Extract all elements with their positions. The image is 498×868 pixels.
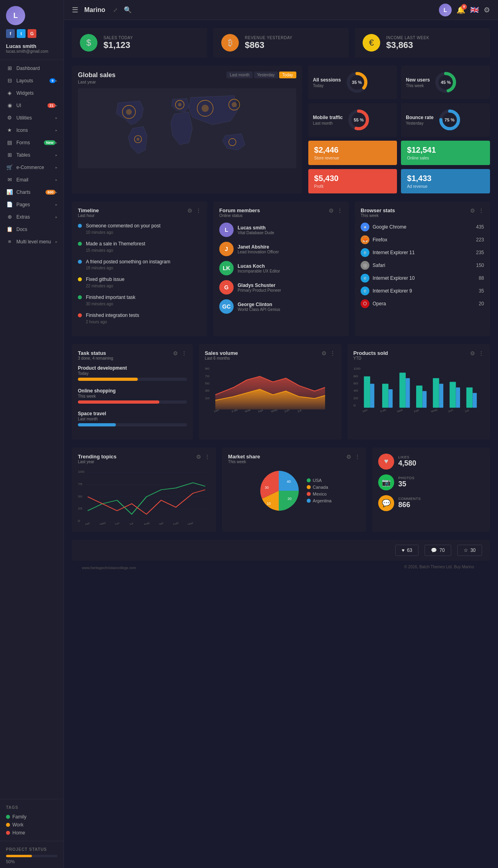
sidebar-item-forms[interactable]: ▤ Forms New ▸ xyxy=(0,136,63,149)
task-label: Space travel xyxy=(78,411,187,416)
search-icon[interactable]: 🔍 xyxy=(124,6,132,14)
hamburger-icon[interactable]: ☰ xyxy=(72,6,78,14)
products-more-icon[interactable]: ⋮ xyxy=(478,350,484,356)
sidebar-item-label-layouts: Layouts xyxy=(16,78,48,84)
market-more-icon[interactable]: ⋮ xyxy=(355,454,360,460)
browser-more-icon[interactable]: ⋮ xyxy=(478,207,484,214)
tag-item-family[interactable]: Family xyxy=(6,813,58,821)
browser-actions: ⚙ ⋮ xyxy=(470,207,484,214)
browser-icon: e xyxy=(361,248,369,257)
topnav-avatar[interactable]: L xyxy=(439,4,452,16)
footer-btn-like[interactable]: ♥63 xyxy=(395,545,419,556)
tag-item-work[interactable]: Work xyxy=(6,821,58,829)
trending-header: Trending topics Last year ⚙ ⋮ xyxy=(78,454,210,464)
member-role: World Class API Genius xyxy=(238,307,280,312)
app-title: Marino xyxy=(84,6,105,14)
sidebar-item-widgets[interactable]: ◈ Widgets xyxy=(0,87,63,99)
sidebar-item-icon-layouts: ⊟ xyxy=(6,78,13,84)
task-card: Task status 3 done, 4 remaining ⚙ ⋮ Prod… xyxy=(72,344,193,440)
donut-row-2: Mobile traffic Last month 55 % xyxy=(308,103,490,137)
tag-item-home[interactable]: Home xyxy=(6,829,58,837)
stat-label: REVENUE YESTERDAY xyxy=(245,36,292,40)
sidebar-item-ui[interactable]: ◉ UI 21 ▸ xyxy=(0,99,63,111)
sidebar-item-extras[interactable]: ⊕ Extras ▸ xyxy=(0,211,63,223)
sidebar-item-pages[interactable]: 📄 Pages ▸ xyxy=(0,198,63,211)
svg-text:80: 80 xyxy=(353,374,358,378)
twitter-button[interactable]: t xyxy=(17,29,26,38)
social-stat-likes: ♥ LIKES 4,580 xyxy=(378,454,484,470)
sidebar-item-label-dashboard: Dashboard xyxy=(16,66,58,71)
sidebar-item-multilevel[interactable]: ≡ Multi level menu ▸ xyxy=(0,235,63,248)
main-content: ☰ Marino ⤢ 🔍 L 🔔 8 🇬🇧 ⚙ $ SALES TODAY $1… xyxy=(64,0,498,868)
member-info: Lucas Koch Incomparable UX Editor xyxy=(238,263,280,273)
expand-icon[interactable]: ⤢ xyxy=(113,7,118,13)
trending-settings-icon[interactable]: ⚙ xyxy=(196,454,201,460)
notification-badge: 8 xyxy=(461,4,467,10)
timeline-settings-icon[interactable]: ⚙ xyxy=(187,207,192,214)
sales-settings-icon[interactable]: ⚙ xyxy=(321,350,327,356)
period-tab-today[interactable]: Today xyxy=(279,72,296,78)
timeline-subtitle: Last hour xyxy=(78,213,99,218)
trending-more-icon[interactable]: ⋮ xyxy=(204,454,210,460)
member-role: Lead Innovation Officer xyxy=(238,250,279,254)
sidebar-item-icon-docs: 📋 xyxy=(6,226,13,232)
forum-member-george-clinton[interactable]: GC George Clinton World Class API Genius xyxy=(219,299,343,314)
sidebar-item-dashboard[interactable]: ⊞ Dashboard xyxy=(0,62,63,74)
task-row: Task status 3 done, 4 remaining ⚙ ⋮ Prod… xyxy=(72,344,490,440)
footer-btn-star[interactable]: ☆30 xyxy=(457,545,482,556)
forum-actions: ⚙ ⋮ xyxy=(329,207,343,214)
sidebar-item-layouts[interactable]: ⊟ Layouts 9 ▸ xyxy=(0,74,63,87)
sidebar-item-utilities[interactable]: ⚙ Utilities ▸ xyxy=(0,111,63,124)
sales-subtitle: Last 6 months xyxy=(205,356,238,360)
task-more-icon[interactable]: ⋮ xyxy=(181,350,187,356)
notification-bell[interactable]: 🔔 8 xyxy=(456,6,465,14)
member-avatar: G xyxy=(219,280,234,295)
sidebar-item-ecommerce[interactable]: 🛒 e-Commerce ▸ xyxy=(0,161,63,173)
products-settings-icon[interactable]: ⚙ xyxy=(470,350,475,356)
forum-member-gladys-schuster[interactable]: G Gladys Schuster Primary Product Pionee… xyxy=(219,280,343,295)
copyright-row: www.heritagechristiancollege.com © 2016,… xyxy=(72,561,490,575)
timeline-more-icon[interactable]: ⋮ xyxy=(196,207,201,214)
task-actions: ⚙ ⋮ xyxy=(173,350,187,356)
timeline-dot xyxy=(78,313,82,317)
sidebar-item-icon-utilities: ⚙ xyxy=(6,115,13,121)
sales-more-icon[interactable]: ⋮ xyxy=(330,350,335,356)
forum-member-lucas-koch[interactable]: LK Lucas Koch Incomparable UX Editor xyxy=(219,261,343,275)
footer-btn-label: 30 xyxy=(470,547,476,553)
timeline-title: Timeline xyxy=(78,207,99,213)
website-url: www.heritagechristiancollege.com xyxy=(80,564,136,572)
legend-canada: Canada xyxy=(307,485,331,490)
sidebar-item-icons[interactable]: ★ Icons ▸ xyxy=(0,124,63,136)
period-tab-lastmonth[interactable]: Last month xyxy=(226,72,252,78)
sidebar-item-charts[interactable]: 📊 Charts 600 ▸ xyxy=(0,186,63,198)
sidebar-item-tables[interactable]: ⊞ Tables ▸ xyxy=(0,149,63,161)
donut-label4: Bounce rate xyxy=(406,115,433,120)
sidebar-item-docs[interactable]: 📋 Docs xyxy=(0,223,63,235)
forum-member-lucas-smith[interactable]: L Lucas smith Vital Database Dude xyxy=(219,223,343,237)
task-settings-icon[interactable]: ⚙ xyxy=(173,350,178,356)
settings-icon[interactable]: ⚙ xyxy=(484,6,490,14)
member-name: Lucas Koch xyxy=(238,263,280,269)
footer-btn-comment[interactable]: 💬70 xyxy=(425,545,451,556)
bar-chart: 100 80 60 40 20 0 xyxy=(353,365,484,413)
browser-count: 150 xyxy=(476,263,484,268)
google-button[interactable]: G xyxy=(28,29,36,38)
tag-label-work: Work xyxy=(12,822,24,828)
progress-label: 50% xyxy=(6,859,58,864)
browser-settings-icon[interactable]: ⚙ xyxy=(470,207,475,214)
market-settings-icon[interactable]: ⚙ xyxy=(346,454,351,460)
forum-member-janet-abshire[interactable]: J Janet Abshire Lead Innovation Officer xyxy=(219,242,343,256)
legend-dot-canada xyxy=(307,485,311,489)
stat-value: $3,863 xyxy=(386,40,429,50)
forum-more-icon[interactable]: ⋮ xyxy=(337,207,343,214)
donut-info4: Bounce rate Yesterday xyxy=(406,115,433,125)
period-tab-yesterday[interactable]: Yesterday xyxy=(254,72,278,78)
forum-settings-icon[interactable]: ⚙ xyxy=(329,207,334,214)
flag-icon[interactable]: 🇬🇧 xyxy=(470,6,479,14)
sidebar-menu: ⊞ Dashboard ⊟ Layouts 9 ▸ ◈ Widgets ◉ UI… xyxy=(0,62,63,797)
donut-percent4: 75 % xyxy=(444,117,454,122)
project-status-section: PROJECT STATUS 50% xyxy=(0,843,63,868)
sidebar-item-email[interactable]: ✉ Email ▸ xyxy=(0,173,63,186)
facebook-button[interactable]: f xyxy=(6,29,15,38)
member-avatar: L xyxy=(219,223,234,237)
